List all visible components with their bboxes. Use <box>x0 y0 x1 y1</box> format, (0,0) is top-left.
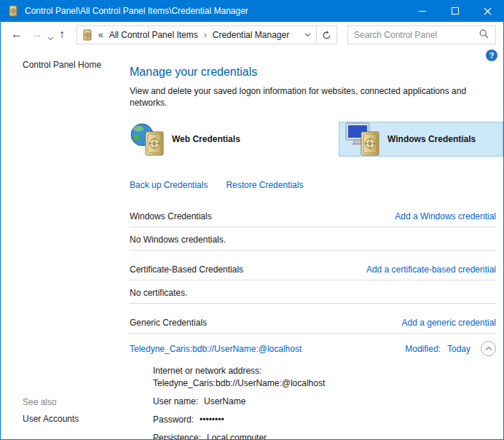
search-input[interactable] <box>348 30 476 40</box>
credential-actions: Back up Credentials Restore Credentials <box>130 180 496 190</box>
maximize-button[interactable] <box>438 0 471 22</box>
backup-credentials-link[interactable]: Back up Credentials <box>130 180 208 190</box>
modified-label: Modified: <box>405 344 441 354</box>
divider <box>130 250 496 251</box>
section-title: Certificate-Based Credentials <box>130 264 243 275</box>
windows-credentials-section-header: Windows Credentials Add a Windows creden… <box>130 211 496 221</box>
modified-value: Today <box>447 344 470 354</box>
section-title: Windows Credentials <box>130 211 212 221</box>
add-certificate-credential-link[interactable]: Add a certificate-based credential <box>366 264 496 275</box>
back-button[interactable]: ← <box>11 28 23 41</box>
no-windows-credentials-text: No Windows credentials. <box>130 235 496 245</box>
divider <box>130 303 496 304</box>
page-title: Manage your credentials <box>130 66 496 79</box>
credential-row[interactable]: Teledyne_Caris:bdb://UserName:@localhost… <box>130 341 496 356</box>
username-value: UserName <box>204 396 245 406</box>
windows-credentials-label: Windows Credentials <box>387 134 476 144</box>
breadcrumb-credential-manager[interactable]: Credential Manager <box>211 29 291 41</box>
password-value: •••••••• <box>200 415 224 425</box>
collapse-credential-button[interactable] <box>481 341 496 356</box>
navigation-bar: ← → ↑ « All Control Panel Items › Creden… <box>1 22 503 48</box>
search-icon[interactable] <box>479 29 489 41</box>
breadcrumb-separator-icon: › <box>204 30 207 40</box>
windows-credentials-tile[interactable]: Windows Credentials <box>339 122 503 157</box>
search-box <box>347 25 496 44</box>
web-credentials-icon <box>130 122 166 156</box>
web-credentials-label: Web Credentials <box>172 134 240 144</box>
persistence-label: Persistence: <box>153 433 201 440</box>
divider <box>130 280 496 280</box>
persistence-value: Local computer <box>207 433 267 440</box>
title-bar: Control Panel\All Control Panel Items\Cr… <box>0 0 504 22</box>
credential-manager-breadcrumb-icon <box>82 29 93 41</box>
address-label: Internet or network address: <box>153 365 496 377</box>
window-title: Control Panel\All Control Panel Items\Cr… <box>25 6 248 16</box>
section-title: Generic Credentials <box>130 318 207 328</box>
divider <box>130 333 496 334</box>
close-icon <box>484 7 492 15</box>
minimize-icon <box>419 11 426 12</box>
divider <box>130 227 496 227</box>
safe-icon <box>361 131 379 156</box>
see-also-label: See also <box>23 397 57 407</box>
credential-manager-app-icon <box>7 5 19 17</box>
certificate-credentials-section-header: Certificate-Based Credentials Add a cert… <box>130 264 496 275</box>
username-label: User name: <box>153 396 198 406</box>
refresh-button[interactable] <box>316 26 336 44</box>
sidebar-item-control-panel-home[interactable]: Control Panel Home <box>23 60 101 70</box>
minimize-button[interactable] <box>406 0 438 22</box>
breadcrumb-overflow-icon[interactable]: « <box>98 30 103 40</box>
windows-credentials-icon <box>345 122 382 156</box>
recent-pages-chevron-icon[interactable] <box>47 33 54 43</box>
breadcrumb-all-control-panel-items[interactable]: All Control Panel Items <box>108 29 200 41</box>
credential-details: Internet or network address: Teledyne_Ca… <box>153 365 496 440</box>
add-generic-credential-link[interactable]: Add a generic credential <box>402 318 496 328</box>
maximize-icon <box>452 7 459 15</box>
web-credentials-tile[interactable]: Web Credentials <box>130 122 240 157</box>
restore-credentials-link[interactable]: Restore Credentials <box>226 180 303 190</box>
chevron-up-icon <box>485 346 492 351</box>
sidebar-item-user-accounts[interactable]: User Accounts <box>23 414 79 424</box>
no-certificates-text: No certificates. <box>130 288 496 298</box>
generic-credentials-section-header: Generic Credentials Add a generic creden… <box>130 318 496 328</box>
refresh-icon <box>322 31 331 40</box>
safe-icon <box>145 131 164 156</box>
add-windows-credential-link[interactable]: Add a Windows credential <box>395 211 496 221</box>
main-content: Manage your credentials View and delete … <box>130 48 496 440</box>
address-bar[interactable]: « All Control Panel Items › Credential M… <box>76 25 337 44</box>
address-value: Teledyne_Caris:bdb://UserName:@localhost <box>153 377 496 390</box>
credential-manager-window: Control Panel\All Control Panel Items\Cr… <box>0 0 504 440</box>
password-label: Password: <box>153 415 194 425</box>
credential-type-tiles: Web Credentials <box>130 122 496 157</box>
forward-button[interactable]: → <box>31 28 43 41</box>
credential-name-link[interactable]: Teledyne_Caris:bdb://UserName:@localhost <box>130 344 302 354</box>
address-dropdown-chevron-icon[interactable] <box>299 33 316 37</box>
close-button[interactable] <box>471 0 504 22</box>
up-button[interactable]: ↑ <box>59 28 65 41</box>
page-description: View and delete your saved logon informa… <box>130 85 488 109</box>
